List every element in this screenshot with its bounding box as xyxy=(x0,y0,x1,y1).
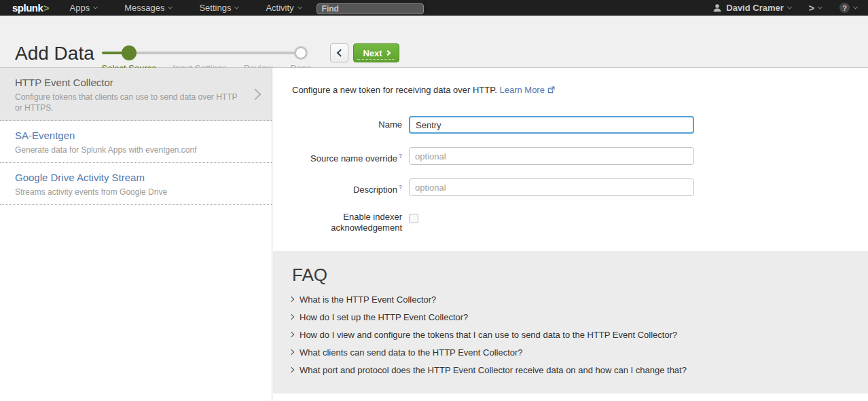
source-item-title: SA-Eventgen xyxy=(15,130,242,141)
faq-title: FAQ xyxy=(292,265,327,286)
help-menu[interactable]: ? xyxy=(839,3,857,13)
chevron-right-icon xyxy=(289,349,294,355)
source-item-http-event-collector[interactable]: HTTP Event Collector Configure tokens th… xyxy=(0,68,272,121)
back-button[interactable] xyxy=(330,43,348,62)
external-link-icon xyxy=(547,85,555,96)
faq-item[interactable]: How do I set up the HTTP Event Collector… xyxy=(288,308,861,326)
indexer-ack-checkbox[interactable] xyxy=(409,214,418,223)
topbar-menus: Apps Messages Settings Activity xyxy=(70,3,302,13)
faq-panel: FAQ What is the HTTP Event Collector? Ho… xyxy=(273,251,868,394)
find-search-input[interactable] xyxy=(317,3,424,14)
faq-item[interactable]: How do I view and configure the tokens t… xyxy=(288,326,861,343)
chevron-down-icon xyxy=(853,5,858,9)
stepper-current-dot xyxy=(122,45,137,60)
source-override-input[interactable] xyxy=(409,147,694,165)
stepper-done-circle xyxy=(294,46,308,60)
intro-text: Configure a new token for receiving data… xyxy=(292,85,555,96)
source-item-google-drive[interactable]: Google Drive Activity Stream Streams act… xyxy=(0,163,272,205)
menu-activity-label: Activity xyxy=(266,3,293,13)
focus-outline xyxy=(357,59,395,60)
source-override-field-label: Source name override? xyxy=(273,147,402,168)
token-config-panel: Configure a new token for receiving data… xyxy=(273,68,868,401)
chevron-right-icon xyxy=(289,367,294,373)
share-icon: > xyxy=(809,3,814,14)
faq-question: What port and protocol does the HTTP Eve… xyxy=(300,365,687,375)
next-button-label: Next xyxy=(363,48,382,58)
source-item-description: Configure tokens that clients can use to… xyxy=(15,92,242,113)
stepper-track-line xyxy=(129,52,301,54)
chevron-right-icon xyxy=(289,332,294,337)
source-item-description: Streams activity events from Google Driv… xyxy=(15,187,242,197)
description-field-label: Description? xyxy=(273,178,402,199)
chevron-right-icon xyxy=(384,50,390,56)
help-tooltip-icon[interactable]: ? xyxy=(399,184,402,191)
chevron-down-icon xyxy=(93,5,98,9)
chevron-left-icon xyxy=(336,49,344,56)
chevron-down-icon xyxy=(818,5,822,9)
top-navigation-bar: splunk > Apps Messages Settings Activity xyxy=(0,0,868,16)
faq-item[interactable]: What is the HTTP Event Collector? xyxy=(288,290,861,308)
menu-activity[interactable]: Activity xyxy=(266,3,301,13)
wizard-header: Add Data Select Source Input Settings Re… xyxy=(0,16,868,68)
faq-list: What is the HTTP Event Collector? How do… xyxy=(288,290,861,379)
page-title: Add Data xyxy=(15,43,94,64)
next-button[interactable]: Next xyxy=(353,43,399,62)
menu-settings[interactable]: Settings xyxy=(199,3,238,13)
help-tooltip-icon[interactable]: ? xyxy=(399,153,402,159)
splunk-logo[interactable]: splunk > xyxy=(12,2,50,14)
faq-question: How do I set up the HTTP Event Collector… xyxy=(300,312,468,322)
indexer-ack-label-line1: Enable indexer xyxy=(273,212,402,223)
name-input[interactable] xyxy=(409,116,694,134)
description-input[interactable] xyxy=(409,178,694,196)
intro-sentence: Configure a new token for receiving data… xyxy=(292,85,497,95)
menu-settings-label: Settings xyxy=(199,3,231,13)
label-text: Description xyxy=(353,185,397,195)
name-field-label: Name xyxy=(273,116,402,134)
source-item-title: HTTP Event Collector xyxy=(15,77,242,88)
source-item-description: Generate data for Splunk Apps with event… xyxy=(15,145,242,155)
menu-apps[interactable]: Apps xyxy=(70,3,98,13)
splunk-logo-text: splunk xyxy=(12,2,43,14)
label-text: Source name override xyxy=(310,153,397,164)
menu-apps-label: Apps xyxy=(70,3,90,13)
find-search xyxy=(317,2,424,14)
faq-question: How do I view and configure the tokens t… xyxy=(300,330,677,340)
share-menu[interactable]: > xyxy=(809,3,822,14)
faq-question: What is the HTTP Event Collector? xyxy=(300,294,436,305)
faq-item[interactable]: What clients can send data to the HTTP E… xyxy=(288,343,861,361)
learn-more-link[interactable]: Learn More xyxy=(499,85,544,95)
chevron-right-icon xyxy=(289,297,294,302)
menu-messages[interactable]: Messages xyxy=(124,3,172,13)
source-item-sa-eventgen[interactable]: SA-Eventgen Generate data for Splunk App… xyxy=(0,121,272,163)
chevron-down-icon xyxy=(787,5,792,9)
menu-messages-label: Messages xyxy=(124,3,164,13)
chevron-right-icon xyxy=(250,88,261,100)
splunk-logo-chevron-icon: > xyxy=(43,3,49,14)
topbar-right-cluster: David Cramer > ? xyxy=(712,3,857,14)
user-menu[interactable]: David Cramer xyxy=(712,3,791,13)
chevron-right-icon xyxy=(289,314,294,320)
indexer-ack-label: Enable indexer acknowledgement xyxy=(273,212,402,233)
chevron-down-icon xyxy=(297,5,302,9)
label-text: Name xyxy=(378,119,402,130)
source-list-sidebar: HTTP Event Collector Configure tokens th… xyxy=(0,68,272,401)
source-item-title: Google Drive Activity Stream xyxy=(15,172,242,183)
faq-question: What clients can send data to the HTTP E… xyxy=(300,347,523,358)
user-name: David Cramer xyxy=(726,3,784,13)
chevron-down-icon xyxy=(168,5,173,9)
faq-item[interactable]: What port and protocol does the HTTP Eve… xyxy=(288,361,861,379)
chevron-down-icon xyxy=(234,5,239,9)
user-icon xyxy=(712,3,722,13)
indexer-ack-label-line2: acknowledgement xyxy=(273,223,402,233)
help-icon: ? xyxy=(839,3,850,13)
